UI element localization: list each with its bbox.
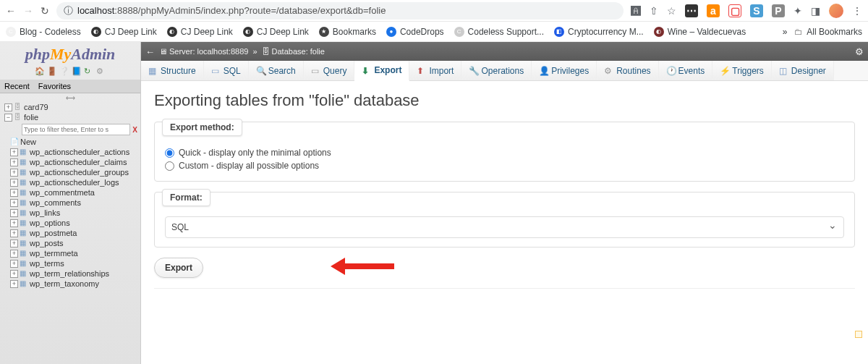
- extension-icon[interactable]: ▢: [728, 4, 741, 17]
- table-icon: ▦: [20, 239, 28, 247]
- radio-quick-input[interactable]: [165, 148, 174, 158]
- tab-operations[interactable]: 🔧Operations: [461, 61, 532, 80]
- new-table[interactable]: 📄 New: [0, 137, 140, 147]
- bookmark-item[interactable]: CCodeless Support...: [454, 27, 544, 37]
- expand-icon[interactable]: +: [4, 103, 12, 111]
- table-node[interactable]: +▦wp_term_relationships: [0, 268, 140, 279]
- reload-nav-icon[interactable]: ↻: [84, 67, 94, 77]
- sidepanel-icon[interactable]: ◨: [811, 5, 820, 17]
- console-toggle[interactable]: [855, 331, 862, 338]
- table-node[interactable]: +▦wp_posts: [0, 238, 140, 248]
- extension-icon[interactable]: ⋯: [685, 4, 698, 17]
- bookmark-item[interactable]: ★Bookmarks: [319, 27, 376, 37]
- collapse-handle[interactable]: ⟷: [0, 93, 140, 102]
- table-node[interactable]: +▦wp_actionscheduler_logs: [0, 177, 140, 187]
- bookmark-item[interactable]: ◐CJ Deep Link: [167, 27, 233, 37]
- expand-icon[interactable]: +: [10, 189, 18, 197]
- table-node[interactable]: +▦wp_postmeta: [0, 228, 140, 238]
- menu-icon[interactable]: ⋮: [852, 5, 862, 17]
- expand-icon[interactable]: +: [10, 240, 18, 247]
- expand-icon[interactable]: +: [10, 270, 18, 278]
- clear-filter[interactable]: X: [132, 126, 137, 134]
- tab-triggers[interactable]: ⚡Triggers: [712, 61, 772, 80]
- expand-icon[interactable]: +: [10, 229, 18, 237]
- bookmark-item[interactable]: ◐CJ Deep Link: [243, 27, 309, 37]
- extensions-menu-icon[interactable]: ✦: [793, 5, 802, 17]
- db-node[interactable]: + 🗄 card79: [0, 102, 140, 112]
- tab-sql[interactable]: ▭SQL: [204, 61, 249, 80]
- expand-icon[interactable]: +: [10, 260, 18, 268]
- tab-structure[interactable]: ▦Structure: [141, 61, 204, 80]
- expand-icon[interactable]: +: [10, 209, 18, 217]
- translate-icon[interactable]: 🅰: [631, 5, 641, 17]
- radio-quick[interactable]: Quick - display only the minimal options: [165, 146, 844, 159]
- table-node[interactable]: +▦wp_termmeta: [0, 248, 140, 258]
- all-bookmarks[interactable]: 🗀 All Bookmarks: [794, 27, 862, 37]
- share-icon[interactable]: ⇧: [650, 5, 658, 17]
- phpmyadmin-logo[interactable]: phpMyAdmin: [0, 42, 140, 65]
- expand-icon[interactable]: +: [10, 280, 18, 288]
- bookmark-item[interactable]: ◐Wine – Valdecuevas: [654, 27, 746, 37]
- expand-icon[interactable]: +: [10, 158, 18, 166]
- address-bar[interactable]: ⓘ localhost:8888/phpMyAdmin5/index.php?r…: [56, 2, 624, 20]
- tab-recent[interactable]: Recent: [0, 80, 34, 93]
- bookmark-item[interactable]: ◐CJ Deep Link: [91, 27, 157, 37]
- tab-designer[interactable]: ◫Designer: [772, 61, 834, 80]
- expand-icon[interactable]: +: [10, 148, 18, 156]
- table-node[interactable]: +▦wp_links: [0, 208, 140, 218]
- format-select[interactable]: SQL: [165, 216, 844, 238]
- expand-icon[interactable]: +: [10, 179, 18, 187]
- profile-avatar[interactable]: [829, 4, 843, 18]
- bookmark-item[interactable]: ●CodeDrops: [386, 27, 444, 37]
- breadcrumb-server[interactable]: 🖥 Server: localhost:8889: [159, 47, 248, 56]
- table-node[interactable]: +▦wp_terms: [0, 258, 140, 268]
- back-button[interactable]: ←: [6, 5, 16, 17]
- expand-icon[interactable]: +: [10, 219, 18, 227]
- forward-button[interactable]: →: [23, 5, 33, 17]
- extension-icon[interactable]: P: [772, 4, 785, 17]
- collapse-icon[interactable]: −: [4, 114, 12, 122]
- table-node[interactable]: +▦wp_commentmeta: [0, 187, 140, 198]
- bookmark-star-icon[interactable]: ☆: [667, 5, 676, 17]
- settings-icon[interactable]: 📘: [72, 67, 82, 77]
- home-icon[interactable]: 🏠: [35, 67, 45, 77]
- export-method-fieldset: Export method: Quick - display only the …: [154, 122, 855, 182]
- bookmark-item[interactable]: CBlog - Codeless: [6, 27, 81, 37]
- table-filter-input[interactable]: [22, 124, 130, 135]
- radio-custom[interactable]: Custom - display all possible options: [165, 159, 844, 172]
- bookmark-item[interactable]: ◧Cryptocurrency M...: [554, 27, 644, 37]
- annotation-arrow: [344, 263, 394, 269]
- table-node[interactable]: +▦wp_actionscheduler_groups: [0, 167, 140, 177]
- table-node[interactable]: +▦wp_comments: [0, 198, 140, 208]
- bookmarks-overflow[interactable]: »: [783, 27, 788, 37]
- export-button[interactable]: Export: [154, 258, 203, 278]
- reload-button[interactable]: ↻: [41, 5, 49, 17]
- tab-query[interactable]: ▭Query: [304, 61, 355, 80]
- import-icon: ⬆: [417, 66, 426, 75]
- tab-events[interactable]: 🕐Events: [659, 61, 713, 80]
- expand-icon[interactable]: +: [10, 250, 18, 258]
- radio-custom-input[interactable]: [165, 161, 174, 171]
- extension-icon[interactable]: S: [750, 4, 763, 17]
- tab-export[interactable]: ⬇Export: [354, 61, 409, 81]
- tab-privileges[interactable]: 👤Privileges: [532, 61, 597, 80]
- tab-import[interactable]: ⬆Import: [409, 61, 461, 80]
- table-node[interactable]: +▦wp_term_taxonomy: [0, 279, 140, 289]
- expand-icon[interactable]: +: [10, 199, 18, 207]
- table-node[interactable]: +▦wp_options: [0, 218, 140, 228]
- tab-search[interactable]: 🔍Search: [249, 61, 304, 80]
- breadcrumb-back[interactable]: ←: [145, 46, 155, 57]
- logout-icon[interactable]: 🚪: [47, 67, 57, 77]
- tab-favorites[interactable]: Favorites: [34, 80, 75, 93]
- docs-icon[interactable]: ❔: [59, 67, 69, 77]
- extension-icon[interactable]: a: [707, 4, 720, 17]
- table-node[interactable]: +▦wp_actionscheduler_claims: [0, 157, 140, 167]
- gear-icon[interactable]: ⚙: [96, 67, 106, 77]
- breadcrumb-database[interactable]: 🗄 Database: folie: [262, 47, 325, 56]
- expand-icon[interactable]: +: [10, 169, 18, 177]
- db-node[interactable]: − 🗄 folie: [0, 112, 140, 122]
- table-node[interactable]: +▦wp_actionscheduler_actions: [0, 147, 140, 157]
- site-info-icon[interactable]: ⓘ: [64, 4, 73, 17]
- tab-routines[interactable]: ⚙Routines: [597, 61, 658, 80]
- page-settings-icon[interactable]: ⚙: [855, 46, 864, 57]
